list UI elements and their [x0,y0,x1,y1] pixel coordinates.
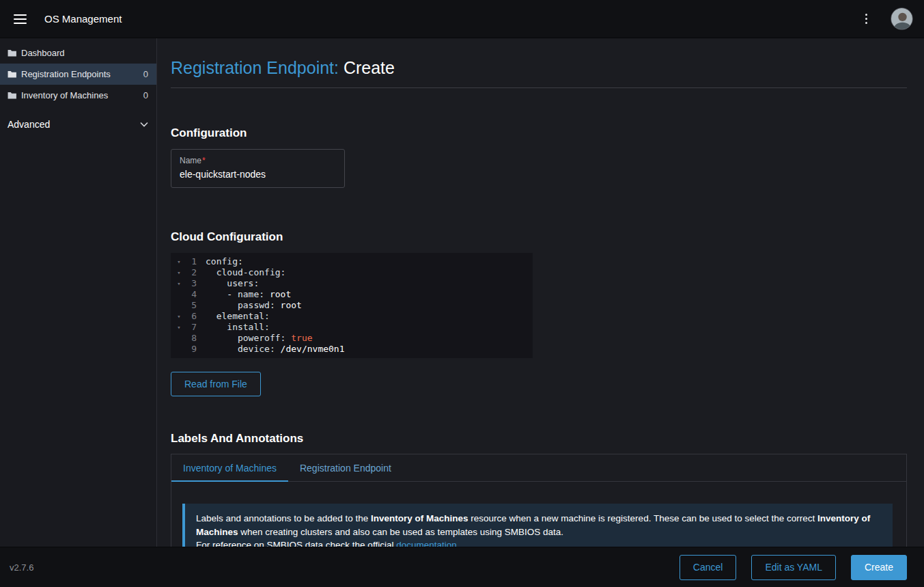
code-line: ▾7 install: [171,322,533,333]
sidebar-item-label: Inventory of Machines [21,90,108,100]
topbar-right [860,8,913,30]
line-number: 8 [187,333,197,344]
sidebar-item-dashboard[interactable]: Dashboard [0,42,156,64]
fold-arrow-icon[interactable]: ▾ [171,311,187,322]
code-text: - name: root [206,289,291,300]
page-title-resource: Registration Endpoint: [171,58,339,77]
sidebar-item-label: Registration Endpoints [21,69,111,79]
count-badge: 0 [143,69,148,79]
avatar[interactable] [891,8,913,30]
tabs-row: Inventory of Machines Registration Endpo… [171,454,906,482]
menu-icon[interactable] [11,10,29,28]
cloud-config-editor[interactable]: ▾1config:▾2 cloud-config:▾3 users:4 - na… [171,253,533,358]
configuration-heading: Configuration [171,126,907,140]
footer-bar: v2.7.6 Cancel Edit as YAML Create [0,547,924,587]
code-line: 4 - name: root [171,289,533,300]
code-line: 8 poweroff: true [171,333,533,344]
footer-buttons: Cancel Edit as YAML Create [680,555,907,580]
code-text: poweroff: true [206,333,313,344]
title-divider [171,87,907,88]
fold-spacer [171,289,187,300]
name-field-value: ele-quickstart-nodes [180,169,336,180]
line-number: 3 [187,278,197,289]
fold-arrow-icon[interactable]: ▾ [171,278,187,289]
page-title-action: Create [344,58,395,77]
user-photo-icon [891,8,913,30]
banner-bold-text: Inventory of Machines [371,513,468,523]
line-number: 1 [187,256,197,267]
code-text: passwd: root [206,300,302,311]
sidebar: Dashboard Registration Endpoints 0 Inven… [0,38,157,587]
code-line: 9 device: /dev/nvme0n1 [171,344,533,355]
name-field[interactable]: Name* ele-quickstart-nodes [171,149,345,188]
sidebar-item-inventory-of-machines[interactable]: Inventory of Machines 0 [0,85,156,106]
banner-text-segment: resource when a new machine is registere… [468,513,818,523]
main-row: Dashboard Registration Endpoints 0 Inven… [0,38,924,587]
line-number: 5 [187,300,197,311]
code-text: cloud-config: [206,267,285,278]
main-content: Registration Endpoint: Create Configurat… [157,38,924,587]
app-title: OS Management [44,13,122,25]
cloud-configuration-heading: Cloud Configuration [171,230,907,244]
version-label: v2.7.6 [10,562,33,573]
tab-registration-endpoint[interactable]: Registration Endpoint [288,454,403,481]
create-button[interactable]: Create [851,555,907,580]
code-line: ▾1config: [171,256,533,267]
folder-icon [8,92,16,99]
read-from-file-button[interactable]: Read from File [171,372,261,396]
cancel-button[interactable]: Cancel [680,555,737,580]
fold-spacer [171,344,187,355]
fold-arrow-icon[interactable]: ▾ [171,267,187,278]
fold-spacer [171,300,187,311]
sidebar-group-advanced[interactable]: Advanced [0,113,156,135]
code-line: ▾3 users: [171,278,533,289]
kebab-menu-icon[interactable] [860,11,873,27]
sidebar-item-registration-endpoints[interactable]: Registration Endpoints 0 [0,64,156,85]
labels-annotations-heading: Labels And Annotations [171,432,907,446]
count-badge: 0 [143,90,148,100]
banner-text: Labels and annotations to be added to th… [196,512,882,538]
name-field-label-text: Name [180,156,201,165]
tab-inventory-of-machines[interactable]: Inventory of Machines [171,454,288,482]
edit-as-yaml-button[interactable]: Edit as YAML [751,555,836,580]
line-number: 9 [187,344,197,355]
code-line: ▾2 cloud-config: [171,267,533,278]
banner-text-segment: when creating clusters and also can be u… [238,527,564,537]
required-asterisk: * [202,156,206,165]
line-number: 2 [187,267,197,278]
code-text: device: /dev/nvme0n1 [206,344,345,355]
name-field-label: Name* [180,156,336,165]
code-text: config: [206,256,243,267]
sidebar-group-label: Advanced [8,119,50,130]
page-title: Registration Endpoint: Create [171,57,907,78]
fold-arrow-icon[interactable]: ▾ [171,256,187,267]
folder-icon [8,49,16,57]
line-number: 7 [187,322,197,333]
top-header: OS Management [0,0,924,38]
code-text: install: [206,322,270,333]
app-root: OS Management Dashboard [0,0,924,587]
line-number: 4 [187,289,197,300]
code-line: 5 passwd: root [171,300,533,311]
banner-text-segment: Labels and annotations to be added to th… [196,513,371,523]
sidebar-item-label: Dashboard [21,48,65,58]
line-number: 6 [187,311,197,322]
code-editor-lines: ▾1config:▾2 cloud-config:▾3 users:4 - na… [171,256,533,355]
folder-icon [8,70,16,78]
fold-arrow-icon[interactable]: ▾ [171,322,187,333]
chevron-down-icon [140,122,148,127]
code-text: elemental: [206,311,270,322]
fold-spacer [171,333,187,344]
code-line: ▾6 elemental: [171,311,533,322]
code-text: users: [206,278,259,289]
